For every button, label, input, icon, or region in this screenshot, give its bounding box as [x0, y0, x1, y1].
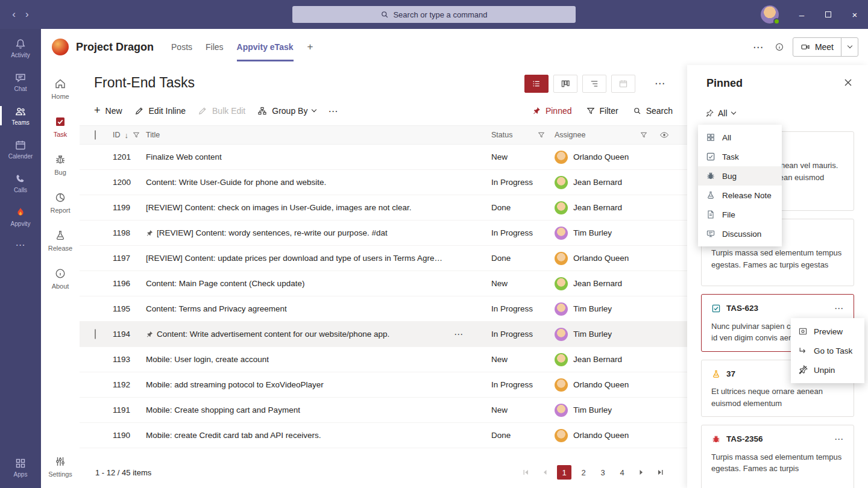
group-by-button[interactable]: Group By — [257, 106, 316, 116]
sidenav-item-release[interactable]: Release — [41, 222, 80, 260]
unpin-icon — [798, 365, 808, 375]
menu-item-bug[interactable]: Bug — [698, 166, 782, 186]
preview-icon — [798, 327, 808, 336]
filter-icon[interactable] — [538, 131, 545, 139]
page-button-3[interactable]: 3 — [596, 465, 610, 480]
table-row[interactable]: 1196 Content: Main Page content (Check u… — [80, 271, 687, 296]
assignee-avatar — [555, 151, 568, 164]
bell-icon — [14, 38, 27, 50]
column-title[interactable]: Title — [146, 131, 491, 139]
close-panel-icon[interactable] — [844, 78, 852, 87]
column-status[interactable]: Status — [491, 131, 512, 139]
assignee-avatar — [555, 252, 568, 265]
sidenav-item-bug[interactable]: Bug — [41, 146, 80, 184]
tab-appvity-etask[interactable]: Appvity eTask — [230, 29, 300, 65]
table-row[interactable]: 1197 [REVIEW] Content: update prices per… — [80, 246, 687, 271]
team-avatar — [52, 39, 69, 55]
add-tab-button[interactable]: + — [300, 29, 321, 65]
go-to-task-icon — [798, 346, 808, 355]
column-options-eye-icon[interactable] — [659, 130, 669, 140]
select-all-checkbox[interactable] — [95, 130, 96, 140]
user-avatar[interactable] — [761, 5, 779, 23]
menu-item-release-note[interactable]: Release Note — [698, 186, 782, 205]
sort-desc-icon[interactable]: ↓ — [125, 131, 129, 140]
table-row[interactable]: 1198 [REVIEW] Content: wordy sentences, … — [80, 221, 687, 246]
meet-button[interactable]: Meet — [793, 38, 841, 56]
last-page-icon — [657, 469, 664, 476]
view-more-button[interactable]: ⋯ — [655, 77, 665, 90]
backlog-view-button[interactable] — [582, 75, 606, 93]
page-button-1[interactable]: 1 — [557, 465, 571, 480]
new-button[interactable]: +New — [94, 106, 122, 116]
card-more-button[interactable]: ⋯ — [834, 433, 844, 446]
menu-item-discussion[interactable]: Discussion — [698, 224, 782, 243]
table-row[interactable]: 1199 [REVIEW] Content: check on images i… — [80, 195, 687, 221]
rail-item-calls[interactable]: Calls — [0, 166, 41, 200]
pinned-toggle-button[interactable]: Pinned — [532, 106, 572, 116]
table-row[interactable]: 1200 Content: Write User-Guide for phone… — [80, 170, 687, 195]
maximize-button[interactable] — [815, 0, 841, 29]
page-button-4[interactable]: 4 — [615, 465, 629, 480]
edit-inline-button[interactable]: Edit Inline — [134, 106, 186, 116]
last-page-button[interactable] — [653, 465, 668, 480]
back-button[interactable]: ‹ — [12, 8, 16, 20]
status-value: New — [491, 152, 555, 161]
appvity-flame-icon — [14, 207, 27, 219]
info-icon[interactable] — [775, 42, 784, 52]
context-item-go-to-task[interactable]: Go to Task — [791, 341, 864, 360]
table-row[interactable]: 1192 Mobile: add streaming potocol to Ex… — [80, 372, 687, 398]
sidenav-item-about[interactable]: About — [41, 260, 80, 298]
list-view-button[interactable] — [524, 75, 549, 93]
context-item-preview[interactable]: Preview — [791, 322, 864, 341]
rail-item-appvity[interactable]: Appvity — [0, 200, 41, 234]
pinned-type-filter[interactable]: All — [705, 108, 735, 118]
pinned-card[interactable]: TAS-2356 ⋯ Turpis massa sed elementum te… — [701, 425, 854, 488]
tab-files[interactable]: Files — [199, 29, 230, 65]
search-button[interactable]: Search — [633, 106, 673, 116]
chat-icon — [14, 72, 27, 84]
row-checkbox[interactable] — [95, 329, 96, 339]
rail-item-activity[interactable]: Activity — [0, 31, 41, 65]
rail-more-button[interactable]: ⋯ — [0, 234, 41, 255]
pin-icon — [532, 107, 541, 115]
rail-item-chat[interactable]: Chat — [0, 65, 41, 99]
meet-dropdown-button[interactable] — [841, 38, 858, 56]
table-row[interactable]: 1195 Content: Terms and Privacy agreemen… — [80, 296, 687, 322]
menu-item-all[interactable]: All — [698, 128, 782, 147]
filter-button[interactable]: Filter — [587, 106, 618, 116]
table-row[interactable]: 1201 Finalize Web content New Orlando Qu… — [80, 145, 687, 170]
table-row[interactable]: 1193 Mobile: User login, create account … — [80, 347, 687, 372]
table-row[interactable]: 1190 Mobile: create Credit card tab and … — [80, 423, 687, 448]
table-row-selected[interactable]: 1194 Content: Write advertisement conten… — [80, 322, 687, 347]
next-page-button[interactable] — [634, 465, 649, 480]
menu-item-file[interactable]: File — [698, 205, 782, 224]
header-more-button[interactable]: ⋯ — [750, 41, 766, 54]
row-more-button[interactable]: ⋯ — [454, 330, 464, 339]
sidenav-item-task[interactable]: Task — [41, 108, 80, 146]
table-row[interactable]: 1191 Mobile: Create shopping cart and Pa… — [80, 398, 687, 423]
command-search-input[interactable]: Search or type a command — [292, 6, 576, 23]
pencil-icon — [198, 106, 207, 116]
sidenav-item-report[interactable]: Report — [41, 184, 80, 222]
rail-item-calendar[interactable]: Calender — [0, 133, 41, 166]
pinned-type-menu: All Task Bug Release Note File Discussio… — [698, 125, 782, 246]
forward-button[interactable]: › — [25, 8, 29, 20]
rail-item-teams[interactable]: Teams — [0, 99, 41, 133]
menu-item-task[interactable]: Task — [698, 147, 782, 166]
sidenav-item-home[interactable]: Home — [41, 70, 80, 108]
board-view-button[interactable] — [553, 75, 577, 93]
close-window-button[interactable]: × — [841, 0, 868, 29]
column-assignee[interactable]: Assignee — [555, 131, 585, 139]
bulk-edit-button: Bulk Edit — [198, 106, 245, 116]
filter-icon[interactable] — [133, 131, 140, 139]
minimize-button[interactable]: – — [788, 0, 815, 29]
filter-icon[interactable] — [640, 131, 647, 139]
context-item-unpin[interactable]: Unpin — [791, 360, 864, 380]
sidenav-item-settings[interactable]: Settings — [41, 448, 80, 486]
rail-item-apps[interactable]: Apps — [0, 451, 41, 484]
page-button-2[interactable]: 2 — [576, 465, 591, 480]
app-rail: Activity Chat Teams Calender Calls Appvi… — [0, 29, 41, 488]
toolbar-more-button[interactable]: ⋯ — [328, 105, 338, 117]
tab-posts[interactable]: Posts — [165, 29, 199, 65]
card-more-button[interactable]: ⋯ — [834, 302, 844, 316]
